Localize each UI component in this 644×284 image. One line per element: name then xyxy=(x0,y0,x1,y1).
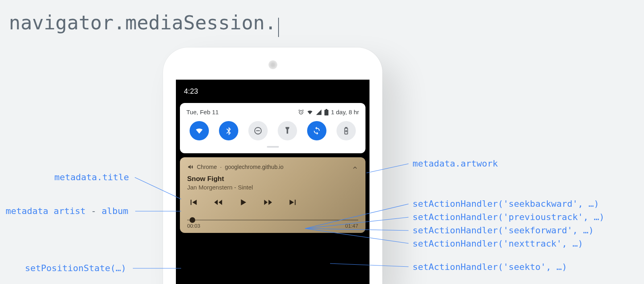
seek-forward-button[interactable] xyxy=(263,197,273,208)
annotation-set-position-state: setPositionState(…) xyxy=(25,263,126,273)
svg-rect-1 xyxy=(326,109,327,110)
svg-rect-5 xyxy=(345,128,347,128)
phone-mockup: 4:23 Tue, Feb 11 1 day, 8 hr xyxy=(163,47,382,284)
annotation-seekbackward: setActionHandler('seekbackward', …) xyxy=(413,199,599,209)
text-cursor-icon xyxy=(278,18,279,37)
signal-icon xyxy=(316,109,322,115)
volume-icon xyxy=(187,164,194,170)
annotation-metadata-artwork: metadata.artwork xyxy=(413,158,498,169)
chevron-up-icon[interactable] xyxy=(352,165,358,171)
qs-battery-saver-button[interactable] xyxy=(336,121,356,140)
qs-flashlight-button[interactable] xyxy=(278,121,297,140)
annotation-seekto: setActionHandler('seekto', …) xyxy=(413,262,567,272)
seek-thumb-icon[interactable] xyxy=(190,217,195,223)
qs-battery-text: 1 day, 8 hr xyxy=(331,109,359,115)
media-duration: 01:47 xyxy=(345,223,358,229)
media-separator: · xyxy=(220,164,222,170)
status-time: 4:23 xyxy=(184,87,198,96)
next-track-button[interactable] xyxy=(288,197,298,208)
qs-dnd-button[interactable] xyxy=(248,121,268,140)
annotation-nexttrack: setActionHandler('nexttrack', …) xyxy=(413,239,583,249)
status-bar: 4:23 xyxy=(176,80,369,103)
media-app: Chrome xyxy=(197,164,217,170)
phone-speaker-icon xyxy=(268,60,277,69)
previous-track-button[interactable] xyxy=(188,197,198,208)
qs-date: Tue, Feb 11 xyxy=(186,109,219,115)
annotation-metadata-title: metadata.title xyxy=(54,172,129,182)
qs-bluetooth-button[interactable] xyxy=(219,121,238,140)
svg-rect-0 xyxy=(324,110,328,115)
media-artist-album: Jan Morgenstern - Sintel xyxy=(187,184,358,191)
media-source: googlechrome.github.io xyxy=(225,164,284,170)
wifi-icon xyxy=(307,109,313,115)
quick-settings-panel: Tue, Feb 11 1 day, 8 hr xyxy=(180,103,365,153)
qs-sync-button[interactable] xyxy=(307,121,326,140)
annotation-previoustrack: setActionHandler('previoustrack', …) xyxy=(413,212,605,222)
qs-wifi-button[interactable] xyxy=(190,121,209,140)
seek-backward-button[interactable] xyxy=(213,197,223,208)
media-title: Snow Fight xyxy=(187,175,358,183)
drag-handle-icon[interactable] xyxy=(267,146,279,148)
media-notification[interactable]: Chrome · googlechrome.github.io Snow Fig… xyxy=(180,157,365,233)
code-heading: navigator.mediaSession. xyxy=(9,11,279,34)
annotation-seekforward: setActionHandler('seekforward', …) xyxy=(413,225,594,235)
alarm-icon xyxy=(298,109,304,115)
seek-bar[interactable] xyxy=(187,220,358,220)
phone-screen: 4:23 Tue, Feb 11 1 day, 8 hr xyxy=(176,80,369,284)
play-button[interactable] xyxy=(238,197,248,208)
qs-status-icons: 1 day, 8 hr xyxy=(298,109,359,115)
media-position: 00:03 xyxy=(187,223,200,229)
battery-icon xyxy=(324,109,328,115)
annotation-metadata-artist-album: metadata artist - album xyxy=(6,206,128,216)
